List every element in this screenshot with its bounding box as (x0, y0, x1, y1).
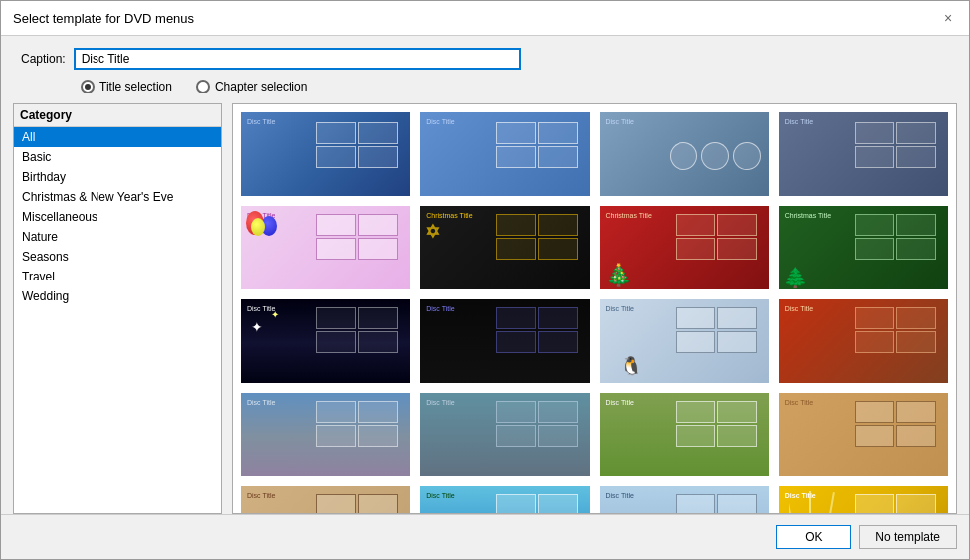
dialog-container: Select template for DVD menus × Caption:… (0, 0, 970, 560)
template-item[interactable]: Disc Title (598, 391, 771, 478)
template-item[interactable]: Disc Title (239, 110, 412, 198)
chapter-selection-label: Chapter selection (215, 80, 307, 93)
template-item[interactable]: Disc Title (239, 391, 412, 478)
sidebar-item-misc[interactable]: Miscellaneous (14, 207, 221, 227)
template-item[interactable]: Disc Title (777, 484, 950, 514)
sidebar-item-birthday[interactable]: Birthday (14, 167, 221, 187)
template-item[interactable]: Disc Title (777, 391, 950, 478)
ok-button[interactable]: OK (776, 525, 851, 549)
title-selection-circle (81, 80, 95, 93)
template-item[interactable]: Disc Title (418, 297, 591, 385)
sidebar-item-wedding[interactable]: Wedding (14, 286, 221, 306)
title-bar: Select template for DVD menus × (1, 1, 969, 36)
dialog-title: Select template for DVD menus (13, 11, 194, 26)
template-item[interactable]: Christmas Title 🎄 (598, 204, 771, 291)
sidebar-item-seasons[interactable]: Seasons (14, 247, 221, 267)
footer: OK No template (1, 514, 969, 559)
main-content: Category All Basic Birthday Christmas & … (1, 103, 969, 514)
template-item[interactable]: Disc Title (239, 204, 412, 291)
sidebar-item-christmas[interactable]: Christmas & New Year's Eve (14, 187, 221, 207)
caption-label: Caption: (21, 52, 66, 66)
close-button[interactable]: × (939, 9, 957, 27)
sidebar-item-nature[interactable]: Nature (14, 227, 221, 247)
sidebar-item-basic[interactable]: Basic (14, 147, 221, 167)
template-item[interactable]: Disc Title 🐧 (598, 297, 771, 385)
title-selection-radio[interactable]: Title selection (81, 80, 172, 93)
sidebar-item-travel[interactable]: Travel (14, 267, 221, 286)
template-item[interactable]: Disc Title (598, 110, 771, 198)
template-item[interactable]: Disc Title (418, 391, 591, 478)
template-item[interactable]: Disc Title (418, 110, 591, 198)
templates-panel: Disc Title Disc Title (232, 103, 957, 514)
template-item[interactable]: Disc Title (777, 110, 950, 198)
template-item[interactable]: Disc Title (239, 484, 412, 514)
chapter-selection-circle (196, 80, 210, 93)
caption-row: Caption: (1, 36, 969, 78)
template-item[interactable]: Christmas Title 🌲 (777, 204, 950, 291)
category-panel: Category All Basic Birthday Christmas & … (13, 103, 222, 514)
category-header: Category (14, 104, 221, 127)
radio-row: Title selection Chapter selection (1, 78, 969, 103)
chapter-selection-radio[interactable]: Chapter selection (196, 80, 307, 93)
template-item[interactable]: Disc Title ✦ ✦ (239, 297, 412, 385)
caption-input[interactable] (74, 48, 521, 70)
no-template-button[interactable]: No template (859, 525, 957, 549)
template-item[interactable]: Disc Title (777, 297, 950, 385)
template-item[interactable]: Christmas Title ✡ (418, 204, 591, 291)
template-item[interactable]: Disc Title (598, 484, 771, 514)
title-selection-label: Title selection (99, 80, 172, 93)
template-item[interactable]: Disc Title (418, 484, 591, 514)
sidebar-item-all[interactable]: All (14, 127, 221, 147)
